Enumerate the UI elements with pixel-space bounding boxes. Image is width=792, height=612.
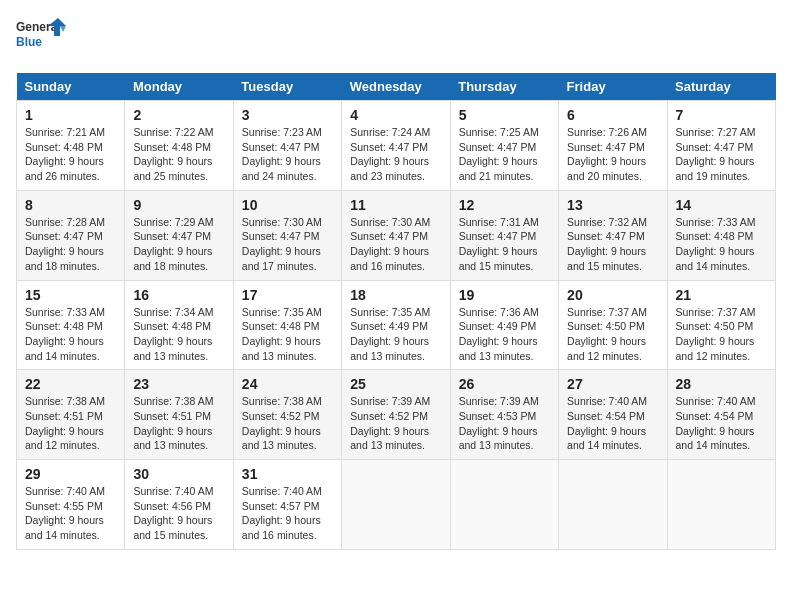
day-number: 25	[350, 376, 441, 392]
day-info: Sunrise: 7:26 AM Sunset: 4:47 PM Dayligh…	[567, 125, 658, 184]
day-number: 20	[567, 287, 658, 303]
day-number: 30	[133, 466, 224, 482]
calendar-cell: 30Sunrise: 7:40 AM Sunset: 4:56 PM Dayli…	[125, 460, 233, 550]
day-info: Sunrise: 7:27 AM Sunset: 4:47 PM Dayligh…	[676, 125, 767, 184]
day-info: Sunrise: 7:33 AM Sunset: 4:48 PM Dayligh…	[676, 215, 767, 274]
day-info: Sunrise: 7:39 AM Sunset: 4:52 PM Dayligh…	[350, 394, 441, 453]
day-info: Sunrise: 7:39 AM Sunset: 4:53 PM Dayligh…	[459, 394, 550, 453]
day-number: 12	[459, 197, 550, 213]
calendar-cell	[342, 460, 450, 550]
calendar-cell: 28Sunrise: 7:40 AM Sunset: 4:54 PM Dayli…	[667, 370, 775, 460]
day-info: Sunrise: 7:33 AM Sunset: 4:48 PM Dayligh…	[25, 305, 116, 364]
day-info: Sunrise: 7:40 AM Sunset: 4:54 PM Dayligh…	[676, 394, 767, 453]
day-number: 26	[459, 376, 550, 392]
weekday-header-saturday: Saturday	[667, 73, 775, 101]
day-number: 21	[676, 287, 767, 303]
calendar-cell: 12Sunrise: 7:31 AM Sunset: 4:47 PM Dayli…	[450, 190, 558, 280]
calendar-cell	[559, 460, 667, 550]
calendar-cell: 2Sunrise: 7:22 AM Sunset: 4:48 PM Daylig…	[125, 101, 233, 191]
calendar-cell: 8Sunrise: 7:28 AM Sunset: 4:47 PM Daylig…	[17, 190, 125, 280]
calendar-cell: 15Sunrise: 7:33 AM Sunset: 4:48 PM Dayli…	[17, 280, 125, 370]
day-number: 8	[25, 197, 116, 213]
calendar-cell: 17Sunrise: 7:35 AM Sunset: 4:48 PM Dayli…	[233, 280, 341, 370]
day-info: Sunrise: 7:35 AM Sunset: 4:49 PM Dayligh…	[350, 305, 441, 364]
day-info: Sunrise: 7:40 AM Sunset: 4:57 PM Dayligh…	[242, 484, 333, 543]
calendar-cell: 10Sunrise: 7:30 AM Sunset: 4:47 PM Dayli…	[233, 190, 341, 280]
weekday-header-monday: Monday	[125, 73, 233, 101]
calendar-cell: 24Sunrise: 7:38 AM Sunset: 4:52 PM Dayli…	[233, 370, 341, 460]
day-info: Sunrise: 7:40 AM Sunset: 4:55 PM Dayligh…	[25, 484, 116, 543]
day-number: 18	[350, 287, 441, 303]
day-info: Sunrise: 7:40 AM Sunset: 4:56 PM Dayligh…	[133, 484, 224, 543]
calendar-cell: 1Sunrise: 7:21 AM Sunset: 4:48 PM Daylig…	[17, 101, 125, 191]
day-info: Sunrise: 7:36 AM Sunset: 4:49 PM Dayligh…	[459, 305, 550, 364]
calendar-cell: 3Sunrise: 7:23 AM Sunset: 4:47 PM Daylig…	[233, 101, 341, 191]
calendar-cell: 18Sunrise: 7:35 AM Sunset: 4:49 PM Dayli…	[342, 280, 450, 370]
day-info: Sunrise: 7:38 AM Sunset: 4:51 PM Dayligh…	[25, 394, 116, 453]
day-info: Sunrise: 7:38 AM Sunset: 4:51 PM Dayligh…	[133, 394, 224, 453]
day-info: Sunrise: 7:31 AM Sunset: 4:47 PM Dayligh…	[459, 215, 550, 274]
calendar-cell: 9Sunrise: 7:29 AM Sunset: 4:47 PM Daylig…	[125, 190, 233, 280]
day-number: 3	[242, 107, 333, 123]
day-info: Sunrise: 7:22 AM Sunset: 4:48 PM Dayligh…	[133, 125, 224, 184]
day-info: Sunrise: 7:24 AM Sunset: 4:47 PM Dayligh…	[350, 125, 441, 184]
day-number: 6	[567, 107, 658, 123]
day-number: 15	[25, 287, 116, 303]
day-info: Sunrise: 7:32 AM Sunset: 4:47 PM Dayligh…	[567, 215, 658, 274]
day-number: 28	[676, 376, 767, 392]
weekday-header-thursday: Thursday	[450, 73, 558, 101]
day-number: 5	[459, 107, 550, 123]
logo: General Blue	[16, 16, 66, 61]
calendar-cell: 7Sunrise: 7:27 AM Sunset: 4:47 PM Daylig…	[667, 101, 775, 191]
day-info: Sunrise: 7:38 AM Sunset: 4:52 PM Dayligh…	[242, 394, 333, 453]
svg-text:Blue: Blue	[16, 35, 42, 49]
day-number: 27	[567, 376, 658, 392]
day-number: 23	[133, 376, 224, 392]
calendar-cell: 20Sunrise: 7:37 AM Sunset: 4:50 PM Dayli…	[559, 280, 667, 370]
calendar-cell: 25Sunrise: 7:39 AM Sunset: 4:52 PM Dayli…	[342, 370, 450, 460]
calendar-table: SundayMondayTuesdayWednesdayThursdayFrid…	[16, 73, 776, 550]
day-info: Sunrise: 7:30 AM Sunset: 4:47 PM Dayligh…	[242, 215, 333, 274]
day-info: Sunrise: 7:30 AM Sunset: 4:47 PM Dayligh…	[350, 215, 441, 274]
calendar-cell: 21Sunrise: 7:37 AM Sunset: 4:50 PM Dayli…	[667, 280, 775, 370]
svg-marker-3	[60, 26, 66, 32]
day-number: 4	[350, 107, 441, 123]
day-number: 7	[676, 107, 767, 123]
calendar-cell: 14Sunrise: 7:33 AM Sunset: 4:48 PM Dayli…	[667, 190, 775, 280]
day-number: 10	[242, 197, 333, 213]
calendar-cell: 27Sunrise: 7:40 AM Sunset: 4:54 PM Dayli…	[559, 370, 667, 460]
day-number: 29	[25, 466, 116, 482]
day-info: Sunrise: 7:21 AM Sunset: 4:48 PM Dayligh…	[25, 125, 116, 184]
day-info: Sunrise: 7:37 AM Sunset: 4:50 PM Dayligh…	[676, 305, 767, 364]
calendar-cell: 13Sunrise: 7:32 AM Sunset: 4:47 PM Dayli…	[559, 190, 667, 280]
calendar-cell: 16Sunrise: 7:34 AM Sunset: 4:48 PM Dayli…	[125, 280, 233, 370]
weekday-header-tuesday: Tuesday	[233, 73, 341, 101]
calendar-cell: 29Sunrise: 7:40 AM Sunset: 4:55 PM Dayli…	[17, 460, 125, 550]
day-info: Sunrise: 7:23 AM Sunset: 4:47 PM Dayligh…	[242, 125, 333, 184]
day-number: 11	[350, 197, 441, 213]
day-info: Sunrise: 7:35 AM Sunset: 4:48 PM Dayligh…	[242, 305, 333, 364]
weekday-header-wednesday: Wednesday	[342, 73, 450, 101]
calendar-cell: 26Sunrise: 7:39 AM Sunset: 4:53 PM Dayli…	[450, 370, 558, 460]
calendar-cell	[450, 460, 558, 550]
calendar-cell: 23Sunrise: 7:38 AM Sunset: 4:51 PM Dayli…	[125, 370, 233, 460]
day-number: 9	[133, 197, 224, 213]
day-number: 22	[25, 376, 116, 392]
calendar-cell: 6Sunrise: 7:26 AM Sunset: 4:47 PM Daylig…	[559, 101, 667, 191]
day-number: 24	[242, 376, 333, 392]
calendar-cell	[667, 460, 775, 550]
day-number: 1	[25, 107, 116, 123]
day-info: Sunrise: 7:25 AM Sunset: 4:47 PM Dayligh…	[459, 125, 550, 184]
weekday-header-sunday: Sunday	[17, 73, 125, 101]
calendar-cell: 31Sunrise: 7:40 AM Sunset: 4:57 PM Dayli…	[233, 460, 341, 550]
day-number: 31	[242, 466, 333, 482]
weekday-header-friday: Friday	[559, 73, 667, 101]
page-header: General Blue	[16, 16, 776, 61]
calendar-cell: 11Sunrise: 7:30 AM Sunset: 4:47 PM Dayli…	[342, 190, 450, 280]
calendar-cell: 19Sunrise: 7:36 AM Sunset: 4:49 PM Dayli…	[450, 280, 558, 370]
calendar-cell: 4Sunrise: 7:24 AM Sunset: 4:47 PM Daylig…	[342, 101, 450, 191]
day-info: Sunrise: 7:28 AM Sunset: 4:47 PM Dayligh…	[25, 215, 116, 274]
day-number: 2	[133, 107, 224, 123]
calendar-cell: 22Sunrise: 7:38 AM Sunset: 4:51 PM Dayli…	[17, 370, 125, 460]
day-info: Sunrise: 7:29 AM Sunset: 4:47 PM Dayligh…	[133, 215, 224, 274]
